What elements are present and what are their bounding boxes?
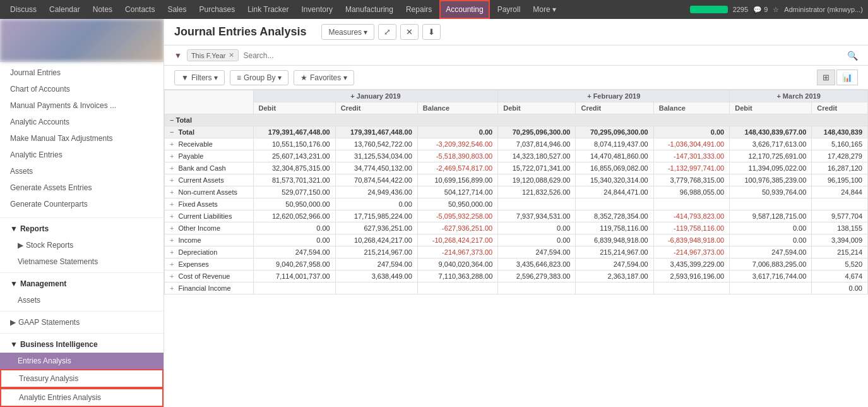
bank-feb-debit: 15,722,071,341.00 <box>498 162 576 174</box>
exp-mar-debit: 7,006,883,295.00 <box>730 258 812 270</box>
fi-mar-debit <box>730 282 812 295</box>
nav-accounting[interactable]: Accounting <box>439 0 489 19</box>
filters-button[interactable]: ▼ Filters ▾ <box>174 70 225 85</box>
total-feb-credit: 70,295,096,300.00 <box>576 126 653 138</box>
receivable-jan-balance: -3,209,392,546.00 <box>417 138 497 150</box>
nav-purchases[interactable]: Purchases <box>194 0 240 19</box>
management-label: Management <box>20 279 66 288</box>
table-view-button[interactable]: ⊞ <box>817 70 835 85</box>
favorites-button[interactable]: ★ Favorites ▾ <box>294 70 354 85</box>
stock-reports-expand: ▶ <box>18 241 23 250</box>
sidebar-item-analytic-entries[interactable]: Analytic Entries <box>0 147 163 163</box>
sidebar-item-entries-analysis[interactable]: Entries Analysis <box>0 353 163 369</box>
fa-jan-credit: 0.00 <box>335 198 417 210</box>
chart-view-button[interactable]: 📊 <box>836 70 858 85</box>
search-input[interactable] <box>244 51 842 60</box>
feb-credit-header: Credit <box>576 102 653 114</box>
sidebar-item-generate-assets[interactable]: Generate Assets Entries <box>0 179 163 196</box>
data-table-container[interactable]: + January 2019 + February 2019 + March 2… <box>164 90 868 407</box>
favorites-label: Favorites ▾ <box>310 73 347 82</box>
sidebar-item-journal-entries[interactable]: Journal Entries <box>0 64 163 81</box>
sidebar-management-header[interactable]: ▼ Management <box>0 276 163 292</box>
sidebar-item-management-assets[interactable]: Assets <box>0 292 163 308</box>
total-mar-credit: 148,430,839 <box>812 126 868 138</box>
jan-balance-header: Balance <box>417 102 497 114</box>
filter-funnel-icon: ▼ <box>181 73 189 82</box>
sidebar-item-generate-counterparts[interactable]: Generate Counterparts <box>0 196 163 212</box>
sidebar-section-main: Journal Entries Chart of Accounts Manual… <box>0 62 163 215</box>
bank-cash-label: + Bank and Cash <box>165 162 254 174</box>
table-row: + Cost of Revenue 7,114,001,737.00 3,638… <box>165 270 868 282</box>
title-toolbar: Journal Entries Analysis Measures ▾ ⤢ ✕ … <box>164 19 868 46</box>
main-layout: Journal Entries Chart of Accounts Manual… <box>0 19 868 407</box>
oi-jan-credit: 627,936,251.00 <box>335 222 417 234</box>
star-icon[interactable]: ☆ <box>773 6 779 14</box>
filter-controls: ▼ Filters ▾ ≡ Group By ▾ ★ Favorites ▾ <box>174 70 354 85</box>
nav-contacts[interactable]: Contacts <box>120 0 160 19</box>
total-toggle-row[interactable]: − Total <box>165 114 868 126</box>
fi-jan-balance <box>417 282 497 295</box>
nav-calendar[interactable]: Calendar <box>44 0 85 19</box>
fa-mar-debit <box>730 198 812 210</box>
dep-jan-debit: 247,594.00 <box>253 246 335 258</box>
close-button[interactable]: ✕ <box>400 24 419 40</box>
total-jan-debit: 179,391,467,448.00 <box>253 126 335 138</box>
table-row: + Financial Income 0.00 <box>165 282 868 295</box>
table-row: + Other Income 0.00 627,936,251.00 -627,… <box>165 222 868 234</box>
receivable-jan-credit: 13,760,542,722.00 <box>335 138 417 150</box>
sidebar-item-tax-adjustments[interactable]: Make Manual Tax Adjustments <box>0 130 163 147</box>
sidebar-item-vietnamese-statements[interactable]: Vietnamese Statements <box>0 253 163 270</box>
search-bar: ▼ This F.Year ✕ 🔍 <box>164 46 868 66</box>
nav-link-tracker[interactable]: Link Tracker <box>242 0 294 19</box>
ca-feb-debit: 19,120,088,629.00 <box>498 174 576 186</box>
ca-feb-credit: 15,340,320,314.00 <box>576 174 653 186</box>
mar-period-header: + March 2019 <box>730 90 868 102</box>
message-count[interactable]: 💬 9 <box>753 6 768 14</box>
sidebar-item-treasury-analysis[interactable]: Treasury Analysis <box>0 369 163 388</box>
sidebar-item-manual-payments[interactable]: Manual Payments & Invoices ... <box>0 97 163 114</box>
sidebar-item-stock-reports[interactable]: ▶ Stock Reports <box>0 237 163 253</box>
dep-jan-credit: 215,214,967.00 <box>335 246 417 258</box>
nav-payroll[interactable]: Payroll <box>492 0 526 19</box>
cl-jan-credit: 17,715,985,224.00 <box>335 210 417 222</box>
sidebar-item-chart-accounts[interactable]: Chart of Accounts <box>0 81 163 97</box>
search-tag[interactable]: This F.Year ✕ <box>187 49 239 61</box>
depreciation-label: + Depreciation <box>165 246 254 258</box>
notification-count[interactable]: 2295 <box>733 6 748 13</box>
current-liabilities-label: + Current Liabilities <box>165 210 254 222</box>
sidebar-bi-header[interactable]: ▼ Business Intelligence <box>0 336 163 353</box>
nav-notes[interactable]: Notes <box>88 0 117 19</box>
bank-mar-debit: 11,394,095,022.00 <box>730 162 812 174</box>
inc-jan-debit: 0.00 <box>253 234 335 246</box>
total-row: − Total 179,391,467,448.00 179,391,467,4… <box>165 126 868 138</box>
sidebar-reports-header[interactable]: ▼ Reports <box>0 221 163 237</box>
groupby-button[interactable]: ≡ Group By ▾ <box>230 70 288 85</box>
nav-manufacturing[interactable]: Manufacturing <box>340 0 398 19</box>
tag-remove[interactable]: ✕ <box>229 51 234 59</box>
progress-bar <box>690 6 728 13</box>
sidebar-item-gaap[interactable]: ▶ GAAP Statements <box>0 314 163 331</box>
content-area: Journal Entries Analysis Measures ▾ ⤢ ✕ … <box>164 19 868 407</box>
nav-repairs[interactable]: Repairs <box>401 0 437 19</box>
nav-inventory[interactable]: Inventory <box>297 0 338 19</box>
fa-jan-balance: 50,950,000.00 <box>417 198 497 210</box>
total-feb-debit: 70,295,096,300.00 <box>498 126 576 138</box>
nav-more[interactable]: More ▾ <box>528 0 561 19</box>
nav-discuss[interactable]: Discuss <box>5 0 42 19</box>
exp-feb-debit: 3,435,646,823.00 <box>498 258 576 270</box>
cor-feb-debit: 2,596,279,383.00 <box>498 270 576 282</box>
payable-feb-debit: 14,323,180,527.00 <box>498 150 576 162</box>
ca-jan-credit: 70,874,544,422.00 <box>335 174 417 186</box>
cl-mar-credit: 9,577,704 <box>812 210 868 222</box>
sidebar-item-assets[interactable]: Assets <box>0 163 163 179</box>
dep-jan-balance: -214,967,373.00 <box>417 246 497 258</box>
measures-button[interactable]: Measures ▾ <box>321 24 374 40</box>
sidebar-item-analytic-accounts[interactable]: Analytic Accounts <box>0 114 163 130</box>
download-button[interactable]: ⬇ <box>422 24 441 40</box>
expand-button[interactable]: ⤢ <box>378 24 396 40</box>
user-menu[interactable]: Administrator (mknwyp...) <box>784 6 863 13</box>
nav-sales[interactable]: Sales <box>162 0 191 19</box>
search-icon[interactable]: 🔍 <box>847 51 858 61</box>
sidebar-item-analytic-entries-analysis[interactable]: Analytic Entries Analysis <box>0 388 163 407</box>
cl-feb-debit: 7,937,934,531.00 <box>498 210 576 222</box>
